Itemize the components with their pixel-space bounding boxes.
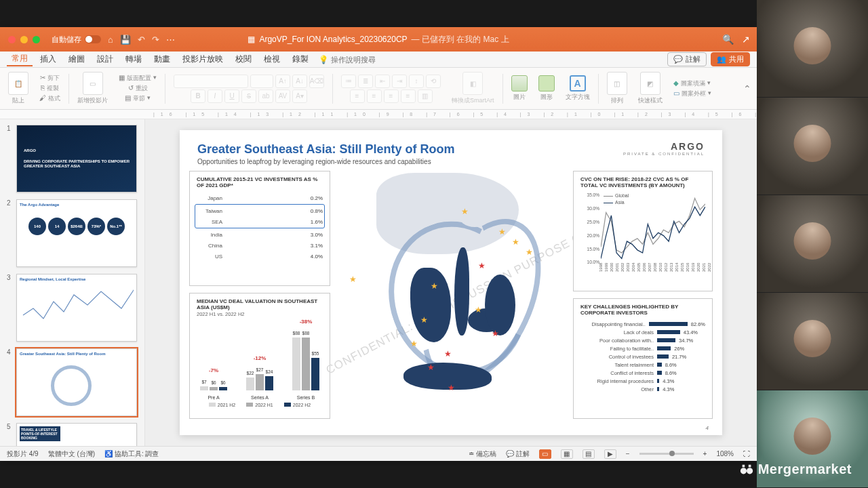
mergermarket-logo-icon [739,462,754,477]
shape-fill-button[interactable]: ◆ 圖案填滿 ▾ [673,79,711,88]
comments-button[interactable]: 💬 註解 [667,52,707,66]
ribbon-collapse-icon[interactable]: ⌃ [743,83,751,94]
slide-thumbnail-panel[interactable]: 1 ARGO DRIVING CORPORATE PARTNERSHIPS TO… [0,119,145,446]
tab-home[interactable]: 常用 [7,52,33,66]
justify-button[interactable]: ≡ [401,89,416,103]
slide-thumbnail-3[interactable]: Regional Mindset, Local Expertise [16,274,137,342]
text-direction-button[interactable]: ⟲ [426,75,441,88]
chart-cvc-share: CVC ON THE RISE: 2018-22 CVC AS % OF TOT… [573,171,713,291]
font-color-button[interactable]: A▾ [292,89,307,103]
format-painter-icon[interactable]: 🖌 [39,94,46,103]
history-icon[interactable]: ↗ [742,34,750,45]
tab-slideshow[interactable]: 投影片放映 [178,53,228,66]
copy-icon[interactable]: ⎘ [41,84,45,93]
clear-format-button[interactable]: A⌫ [309,75,324,88]
bullets-button[interactable]: ≔ [341,75,356,88]
save-icon[interactable]: 💾 [120,35,131,45]
smartart-button[interactable]: ◧ [462,72,483,95]
align-right-button[interactable]: ≡ [384,89,399,103]
align-center-button[interactable]: ≡ [367,89,382,103]
align-left-button[interactable]: ≡ [350,89,365,103]
svg-rect-3 [748,464,751,467]
font-size-select[interactable] [250,75,273,88]
arrange-button[interactable]: ◫ [607,72,627,95]
clipboard-group: 📋 貼上 [5,72,31,105]
insert-picture-button[interactable] [511,75,528,92]
fit-to-window-button[interactable]: ⛶ [743,450,750,458]
slide-position: 投影片 4/9 [7,449,39,459]
numbering-button[interactable]: ≣ [358,75,373,88]
line-spacing-button[interactable]: ↕ [409,75,424,88]
columns-button[interactable]: ▥ [418,89,433,103]
italic-button[interactable]: I [208,89,222,103]
autosave-toggle[interactable]: 自動儲存 [52,35,101,45]
cut-icon[interactable]: ✂ [40,74,45,83]
tab-record[interactable]: 錄製 [288,53,313,66]
indent-right-button[interactable]: ⇥ [392,75,407,88]
font-family-select[interactable] [174,75,248,88]
insert-shape-button[interactable] [538,75,555,92]
paste-button[interactable]: 📋 [8,72,28,95]
zoom-slider[interactable] [639,453,694,455]
quick-styles-button[interactable]: ◩ [640,72,660,95]
zoom-in-button[interactable]: + [703,450,707,458]
participant-tile[interactable] [757,98,868,195]
comments-pane-button[interactable]: 💬 註解 [506,449,530,459]
slide-canvas[interactable]: Greater Southeast Asia: Still Plenty of … [145,119,757,446]
indent-left-button[interactable]: ⇤ [375,75,390,88]
highlight-button[interactable]: AV [275,89,290,103]
close-window-button[interactable] [8,36,16,43]
window-traffic-lights [8,36,40,43]
shadow-button[interactable]: ab [258,89,273,103]
slide-thumbnail-1[interactable]: ARGO DRIVING CORPORATE PARTNERSHIPS TO E… [16,125,137,192]
horizontal-ruler: |16 |15 |14 |13 |12 |11 |10 |9 |8 |7 |6 … [0,110,757,119]
increase-font-button[interactable]: A↑ [275,75,290,88]
fullscreen-window-button[interactable] [33,36,40,43]
sorter-view-button[interactable]: ▦ [561,449,573,459]
accessibility-check[interactable]: ♿ 協助工具: 調查 [104,449,159,459]
ribbon-tabs: 常用 插入 繪圖 設計 轉場 動畫 投影片放映 校閱 檢視 錄製 💡 💬 註解 … [0,52,757,68]
slide-thumbnail-5[interactable]: TRAVEL & LIFESTYLE POINTS-OF-INTEREST BO… [16,423,137,446]
tab-animations[interactable]: 動畫 [149,53,175,66]
tab-design[interactable]: 設計 [92,53,118,66]
language-indicator[interactable]: 繁體中文 (台灣) [48,449,95,459]
home-icon[interactable]: ⌂ [108,35,113,45]
notes-button[interactable]: ≐ 備忘稿 [469,449,496,459]
tab-review[interactable]: 校閱 [231,53,256,66]
tab-draw[interactable]: 繪圖 [64,53,90,66]
new-slide-button[interactable]: ▭ [83,72,103,95]
zoom-level[interactable]: 108% [716,450,734,458]
share-button[interactable]: 👥 共用 [711,52,750,66]
section-button[interactable]: ▤ 章節 ▾ [125,94,151,103]
slide-thumbnail-2[interactable]: The Argo Advantage 140 14 $264B 73%* No.… [16,199,137,267]
normal-view-button[interactable]: ▭ [539,449,551,459]
slideshow-view-button[interactable]: ▶ [604,449,616,459]
more-icon[interactable]: ⋯ [166,35,175,45]
insert-textbox-button[interactable]: A [570,75,586,92]
tell-me-search[interactable] [331,56,412,64]
tab-insert[interactable]: 插入 [35,53,61,66]
slide-thumbnail-4[interactable]: Greater Southeast Asia: Still Plenty of … [16,348,137,416]
participant-tile[interactable] [757,0,868,98]
status-bar: 投影片 4/9 繁體中文 (台灣) ♿ 協助工具: 調查 ≐ 備忘稿 💬 註解 … [0,446,757,461]
participant-tile[interactable] [757,195,868,293]
layout-button[interactable]: ▦ 版面配置 ▾ [119,74,157,83]
minimize-window-button[interactable] [20,36,28,43]
undo-icon[interactable]: ↶ [138,35,145,45]
underline-button[interactable]: U [224,89,239,103]
shape-outline-button[interactable]: ▭ 圖案外框 ▾ [673,89,711,98]
chart-vc-gdp: CUMULATIVE 2015-21 VC INVESTMENTS AS % O… [189,171,330,286]
reset-button[interactable]: ↺ 重設 [128,84,148,93]
reading-view-button[interactable]: ▤ [583,449,595,459]
tab-transitions[interactable]: 轉場 [121,53,146,66]
ribbon-toolbar: 📋 貼上 ✂ 剪下 ⎘ 複製 🖌 格式 ▭ 新增投影片 ▦ 版面配置 ▾ ↺ 重… [0,68,757,110]
zoom-out-button[interactable]: − [626,450,630,458]
search-icon[interactable]: 🔍 [722,34,734,45]
redo-icon[interactable]: ↷ [152,35,159,45]
strike-button[interactable]: S̶ [241,89,256,103]
tab-view[interactable]: 檢視 [259,53,285,66]
decrease-font-button[interactable]: A↓ [292,75,307,88]
powerpoint-file-icon: ▦ [248,35,255,44]
bold-button[interactable]: B [191,89,205,103]
participant-tile[interactable] [757,293,868,390]
